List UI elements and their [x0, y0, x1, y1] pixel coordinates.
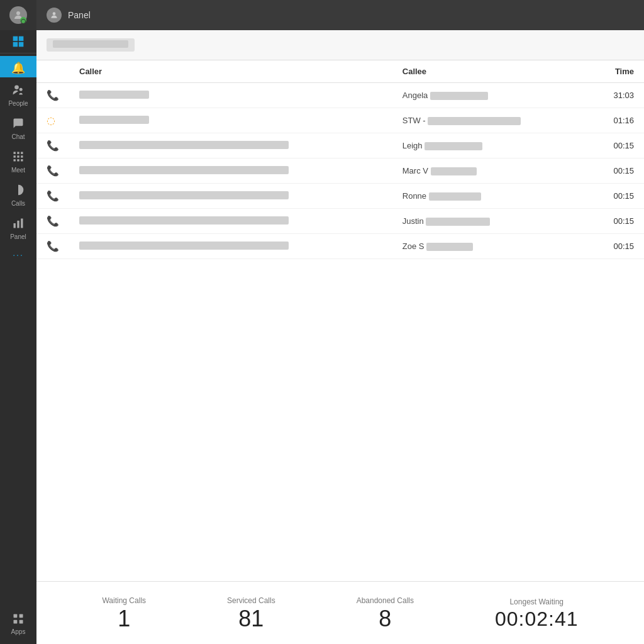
- main-area: Panel Caller Callee Time 📞████: [36, 0, 644, 644]
- table-row: ◌████████████STW - ████████████████01:16: [36, 108, 644, 133]
- svg-rect-3: [13, 42, 18, 47]
- sidebar-item-calls[interactable]: Calls: [0, 177, 36, 211]
- time-cell: 00:15: [587, 158, 644, 184]
- phone-active-icon: 📞: [47, 216, 59, 226]
- callee-extra: ██████████: [430, 92, 488, 100]
- sidebar-item-calls-label: Calls: [11, 200, 25, 207]
- meet-icon: [12, 150, 25, 165]
- calls-icon: [12, 184, 25, 198]
- svg-rect-22: [19, 620, 23, 624]
- time-cell: 00:15: [587, 234, 644, 259]
- people-icon: [12, 84, 25, 98]
- sidebar: 🔔 People Chat Meet Calls: [0, 0, 36, 644]
- table-row: 📞████████████ - External (████) ████████…: [36, 234, 644, 259]
- caller-cell: ████████████ - External (████) █████████…: [69, 133, 392, 158]
- call-icon-cell: 📞: [36, 209, 69, 234]
- sidebar-header: [0, 0, 36, 30]
- sidebar-item-meet-label: Meet: [11, 167, 25, 174]
- stat-longest-waiting-value: 00:02:41: [495, 609, 579, 629]
- stat-abandoned-calls: Abandoned Calls 8: [357, 596, 414, 630]
- call-icon-cell: ◌: [36, 108, 69, 133]
- caller-text: ████████████ - External (████) █████████…: [79, 166, 289, 174]
- table-row: 📞████████████ - External (████) ████████…: [36, 133, 644, 158]
- svg-point-6: [19, 88, 23, 91]
- table-row: 📞████████████ - External (████) ████████…: [36, 209, 644, 234]
- sidebar-item-meet[interactable]: Meet: [0, 144, 36, 177]
- stat-waiting-calls: Waiting Calls 1: [102, 596, 146, 630]
- callee-extra: ████████████████: [428, 117, 520, 125]
- svg-rect-12: [21, 155, 23, 157]
- sidebar-item-people[interactable]: People: [0, 77, 36, 111]
- stats-bar: Waiting Calls 1 Serviced Calls 81 Abando…: [36, 581, 644, 644]
- callee-cell: Zoe S ████████: [392, 234, 587, 259]
- time-cell: 31:03: [587, 83, 644, 108]
- caller-cell: ████████████: [69, 83, 392, 108]
- caller-cell: ████████████ - External (████) █████████…: [69, 209, 392, 234]
- callee-name: STW -: [402, 116, 428, 125]
- call-icon-cell: 📞: [36, 158, 69, 184]
- panel-filter-text: [53, 40, 128, 48]
- caller-cell: ████████████ - External (████) █████████…: [69, 184, 392, 209]
- time-cell: 00:15: [587, 209, 644, 234]
- stat-longest-waiting-label: Longest Waiting: [509, 597, 564, 606]
- sidebar-footer: Apps: [0, 606, 36, 644]
- col-caller: Caller: [69, 60, 392, 83]
- svg-rect-18: [21, 219, 23, 228]
- callee-name: Ronne: [402, 191, 429, 201]
- stat-waiting-calls-label: Waiting Calls: [102, 596, 146, 605]
- svg-point-5: [14, 86, 19, 90]
- table-row: 📞████████████Angela ██████████31:03: [36, 83, 644, 108]
- table-body: 📞████████████Angela ██████████31:03◌████…: [36, 83, 644, 259]
- svg-point-23: [53, 12, 56, 15]
- phone-active-icon: 📞: [47, 241, 59, 252]
- caller-cell: ████████████: [69, 108, 392, 133]
- col-callee: Callee: [392, 60, 587, 83]
- stat-serviced-calls-value: 81: [238, 608, 264, 630]
- call-icon-cell: 📞: [36, 83, 69, 108]
- svg-rect-17: [17, 221, 19, 228]
- callee-name: Leigh: [402, 141, 425, 150]
- svg-rect-20: [19, 614, 23, 618]
- callee-name: Justin: [402, 216, 426, 226]
- sidebar-nav: 🔔 People Chat Meet Calls: [0, 53, 36, 606]
- time-cell: 00:15: [587, 133, 644, 158]
- time-cell: 00:15: [587, 184, 644, 209]
- sidebar-item-apps[interactable]: Apps: [0, 606, 36, 639]
- table-row: 📞████████████ - External (████) ████████…: [36, 158, 644, 184]
- svg-rect-11: [17, 155, 19, 157]
- callee-name: Marc V: [402, 166, 431, 175]
- bell-icon: 🔔: [11, 62, 25, 74]
- stat-abandoned-calls-label: Abandoned Calls: [357, 596, 414, 605]
- windows-icon-button[interactable]: [0, 30, 36, 53]
- more-icon: ···: [13, 250, 24, 259]
- stat-serviced-calls: Serviced Calls 81: [227, 596, 275, 630]
- callee-cell: Marc V ████████: [392, 158, 587, 184]
- callee-cell: Angela ██████████: [392, 83, 587, 108]
- call-icon-cell: 📞: [36, 234, 69, 259]
- sidebar-item-notifications[interactable]: 🔔: [0, 56, 36, 77]
- svg-point-0: [16, 11, 20, 15]
- caller-cell: ████████████ - External (████) █████████…: [69, 234, 392, 259]
- chat-icon: [12, 117, 25, 131]
- callee-extra: ███████████: [426, 218, 489, 226]
- sidebar-item-more[interactable]: ···: [0, 244, 36, 263]
- col-icon: [36, 60, 69, 83]
- calls-table: Caller Callee Time 📞████████████Angela █…: [36, 60, 644, 259]
- col-time: Time: [587, 60, 644, 83]
- svg-rect-16: [14, 223, 16, 228]
- caller-text: ████████████: [79, 91, 149, 99]
- top-bar-avatar: [47, 8, 62, 23]
- callee-extra: ██████████: [425, 142, 482, 150]
- svg-rect-13: [14, 159, 16, 161]
- callee-extra: ████████: [431, 167, 477, 175]
- content-area: Caller Callee Time 📞████████████Angela █…: [36, 30, 644, 644]
- callee-extra: ████████: [426, 243, 473, 251]
- sidebar-item-chat[interactable]: Chat: [0, 111, 36, 144]
- call-icon-cell: 📞: [36, 133, 69, 158]
- svg-rect-21: [14, 620, 18, 624]
- sidebar-item-panel[interactable]: Panel: [0, 211, 36, 244]
- phone-incoming-icon: 📞: [47, 90, 59, 101]
- caller-text: ████████████ - External (████) █████████…: [79, 191, 289, 199]
- svg-rect-19: [14, 614, 18, 618]
- svg-rect-8: [17, 152, 19, 154]
